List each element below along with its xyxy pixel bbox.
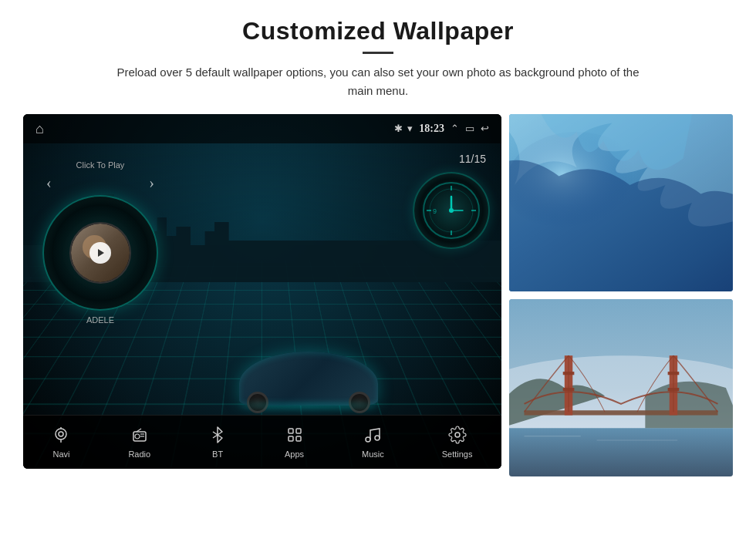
bridge-svg [509, 299, 733, 476]
page-header: Customized Wallpaper Preload over 5 defa… [0, 0, 756, 111]
click-to-play-label: Click To Play [39, 160, 162, 170]
nav-item-radio[interactable]: Radio [128, 426, 150, 459]
car-glow [239, 404, 378, 407]
svg-point-10 [56, 429, 66, 439]
apps-icon [285, 426, 304, 447]
navi-label: Navi [52, 449, 69, 459]
svg-rect-22 [296, 436, 301, 441]
car-wheel-right [349, 392, 370, 413]
page-subtitle: Preload over 5 default wallpaper options… [108, 63, 648, 100]
title-divider [363, 52, 393, 54]
ice-cave-svg [509, 114, 733, 291]
svg-rect-19 [289, 429, 293, 433]
radio-label: Radio [128, 449, 150, 459]
wallpaper-ice[interactable] [509, 114, 733, 291]
expand-icon[interactable]: ⌃ [451, 123, 459, 135]
svg-point-11 [59, 432, 63, 436]
signal-icon: ▾ [407, 123, 413, 135]
page-title: Customized Wallpaper [62, 17, 694, 45]
prev-arrow[interactable]: ‹ [46, 174, 52, 192]
settings-label: Settings [442, 449, 473, 459]
navi-icon [52, 426, 70, 447]
svg-point-8 [449, 208, 454, 213]
clock-circle: 9 [413, 172, 490, 249]
svg-rect-31 [525, 410, 718, 415]
status-right: ✱ ▾ 18:23 ⌃ ▭ ↩ [394, 123, 489, 135]
car-body [231, 344, 386, 413]
music-icon [363, 426, 382, 447]
clock-svg: 9 [420, 180, 482, 241]
settings-icon [448, 426, 467, 447]
status-bar: ⌂ ✱ ▾ 18:23 ⌃ ▭ ↩ [23, 114, 501, 143]
back-icon[interactable]: ↩ [481, 123, 489, 135]
music-player: Click To Play ‹ › ADELE [39, 160, 162, 325]
car-wheel-left [247, 392, 268, 413]
next-arrow[interactable]: › [149, 174, 154, 192]
svg-text:9: 9 [433, 207, 437, 215]
apps-label: Apps [285, 449, 304, 459]
content-area: Click To Play ‹ › ADELE ⌂ [0, 114, 756, 476]
nav-item-bt[interactable]: BT [208, 426, 227, 459]
bluetooth-icon [208, 426, 227, 447]
svg-point-24 [375, 436, 380, 440]
svg-point-25 [455, 433, 460, 437]
music-label: Music [362, 449, 384, 459]
nav-item-apps[interactable]: Apps [285, 426, 304, 459]
nav-item-settings[interactable]: Settings [442, 426, 473, 459]
svg-point-23 [366, 437, 370, 442]
svg-point-15 [135, 434, 140, 439]
nav-item-music[interactable]: Music [362, 426, 384, 459]
play-triangle-icon [98, 249, 104, 257]
car-image [231, 344, 386, 413]
nav-arrows-top: ‹ › [39, 174, 162, 192]
bt-label: BT [212, 449, 223, 459]
album-inner-circle [69, 222, 131, 284]
date-display: 11/15 [459, 153, 486, 165]
home-icon[interactable]: ⌂ [35, 121, 44, 137]
window-icon[interactable]: ▭ [465, 123, 474, 135]
status-icons: ✱ ▾ [394, 123, 413, 135]
wallpaper-bridge[interactable] [509, 299, 733, 476]
bottom-nav: Navi Radio [23, 415, 501, 469]
car-screen: Click To Play ‹ › ADELE ⌂ [23, 114, 501, 469]
status-time: 18:23 [419, 123, 444, 135]
artist-name: ADELE [39, 315, 162, 325]
right-images-column [509, 114, 733, 476]
radio-icon [130, 426, 149, 447]
play-button[interactable] [89, 242, 111, 264]
svg-rect-21 [289, 436, 293, 441]
bluetooth-status-icon: ✱ [394, 123, 403, 135]
svg-rect-20 [296, 429, 301, 433]
album-outer-ring [42, 195, 158, 311]
nav-item-navi[interactable]: Navi [52, 426, 70, 459]
svg-rect-30 [509, 428, 733, 476]
